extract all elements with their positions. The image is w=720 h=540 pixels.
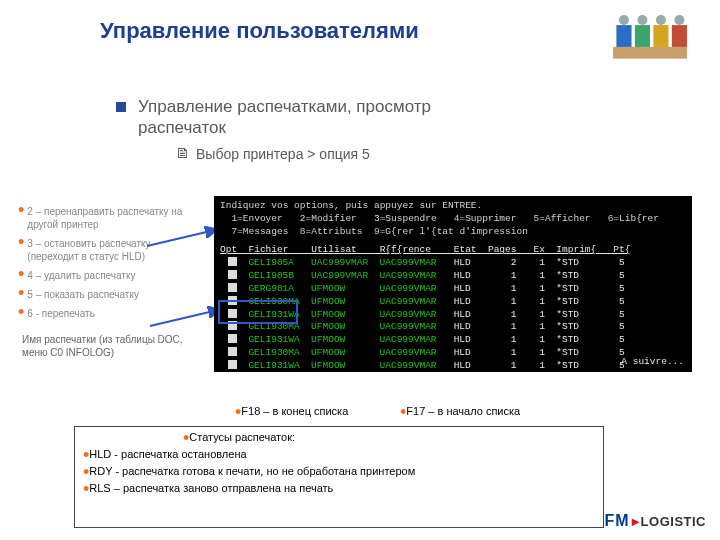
terminal-instruction: Indiquez vos options, puis appuyez sur E… xyxy=(220,200,686,213)
subline: Выбор принтера > опция 5 xyxy=(196,146,370,162)
logo-tail: LOGISTIC xyxy=(641,514,706,529)
caret-icon: ▸ xyxy=(632,513,639,529)
clipart-image xyxy=(608,6,692,66)
svg-rect-1 xyxy=(616,25,631,47)
svg-rect-0 xyxy=(613,47,687,59)
logo-fm: FM xyxy=(605,512,630,530)
page-title: Управление пользователями xyxy=(100,18,419,44)
terminal-row: GELI931WA UFMOOW UAC999VMAR HLD 1 1 *STD… xyxy=(220,334,686,347)
svg-point-6 xyxy=(637,15,647,25)
status-line: •RLS – распечатка заново отправлена на п… xyxy=(83,482,595,495)
section-subtitle: Управление распечатками, просмотр распеч… xyxy=(138,96,508,139)
svg-point-7 xyxy=(656,15,666,25)
svg-line-9 xyxy=(147,230,215,246)
brand-logo: FM ▸ LOGISTIC xyxy=(605,512,707,530)
terminal-row: GELI905A UAC999VMAR UAC999VMAR HLD 2 1 *… xyxy=(220,257,686,270)
check-icon: 🗎 xyxy=(175,144,190,161)
svg-rect-4 xyxy=(672,25,687,47)
legend-item: •4 – удалить распечатку xyxy=(18,269,203,282)
fkey-note: •F17 – в начало списка xyxy=(400,405,520,418)
terminal-row: GERG981A UFMOOW UAC999VMAR HLD 1 1 *STD … xyxy=(220,283,686,296)
terminal-row: GELI931WA UFMOOW UAC999VMAR HLD 1 1 *STD… xyxy=(220,360,686,372)
status-title: Статусы распечаток: xyxy=(189,431,295,443)
terminal-options-1: 1=Envoyer 2=Modifier 3=Suspendre 4=Suppr… xyxy=(220,213,686,226)
fkey-note: •F18 – в конец списка xyxy=(235,405,348,418)
terminal-options-2: 7=Messages 8=Attributs 9=G{rer l'{tat d'… xyxy=(220,226,686,239)
f18-text: F18 – в конец списка xyxy=(241,405,348,417)
terminal-row: GELI905B UAC999VMAR UAC999VMAR HLD 1 1 *… xyxy=(220,270,686,283)
status-line: •HLD - распечатка остановлена xyxy=(83,448,595,461)
status-line: •RDY - распечатка готова к печати, но не… xyxy=(83,465,595,478)
terminal-screenshot: Indiquez vos options, puis appuyez sur E… xyxy=(214,196,692,372)
status-box: •Статусы распечаток: •HLD - распечатка о… xyxy=(74,426,604,528)
arrow-icon xyxy=(145,222,225,252)
bullet-icon xyxy=(116,102,126,112)
terminal-row: GELI930MA UFMOOW UAC999VMAR HLD 1 1 *STD… xyxy=(220,347,686,360)
svg-point-5 xyxy=(619,15,629,25)
legend-item: •5 – показать распечатку xyxy=(18,288,203,301)
highlight-frame xyxy=(218,300,298,324)
footnote: Имя распечатки (из таблицы DOC, меню C0 … xyxy=(22,333,190,359)
f17-text: F17 – в начало списка xyxy=(406,405,520,417)
terminal-columns: Opt Fichier Utilisat R{f{rence Etat Page… xyxy=(220,244,686,257)
terminal-more: A suivre... xyxy=(621,356,684,369)
svg-rect-2 xyxy=(635,25,650,47)
svg-line-10 xyxy=(150,310,218,326)
svg-rect-3 xyxy=(653,25,668,47)
svg-point-8 xyxy=(674,15,684,25)
